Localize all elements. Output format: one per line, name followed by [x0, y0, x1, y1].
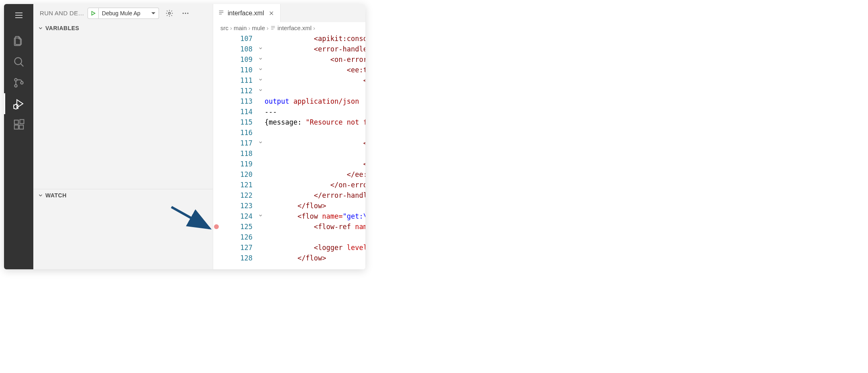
breakpoint-gutter[interactable] — [213, 86, 220, 96]
fold-toggle — [257, 117, 265, 127]
fold-toggle — [257, 96, 265, 107]
breakpoint-gutter[interactable] — [213, 33, 220, 44]
code-line[interactable]: </flow> — [265, 201, 365, 211]
variables-label: VARIABLES — [45, 25, 79, 31]
breadcrumb-part[interactable]: src — [220, 25, 228, 31]
tab-close-button[interactable] — [267, 9, 275, 17]
watch-section-header[interactable]: WATCH — [33, 189, 213, 201]
fold-toggle[interactable] — [257, 44, 265, 54]
breakpoint-gutter[interactable] — [213, 159, 220, 169]
breakpoint-gutter[interactable] — [213, 190, 220, 201]
code-editor[interactable]: 1071081091101111121131141151161171181191… — [213, 33, 365, 269]
svg-point-7 — [14, 84, 17, 87]
fold-toggle[interactable] — [257, 54, 265, 65]
file-icon — [218, 9, 224, 17]
code-line[interactable]: <flow name="get:\fligh — [265, 211, 365, 221]
breakpoint-gutter[interactable] — [213, 235, 220, 245]
chevron-right-icon: › — [230, 25, 232, 31]
breadcrumb-part[interactable]: main — [234, 25, 247, 31]
code-line[interactable]: </on-error-pro — [265, 180, 365, 190]
line-number: 120 — [220, 169, 253, 180]
breakpoint-gutter[interactable] — [213, 201, 220, 211]
breakpoint-gutter[interactable] — [213, 180, 220, 190]
code-line[interactable]: <ee:transf — [265, 65, 365, 75]
svg-line-13 — [17, 105, 18, 105]
code-line[interactable]: --- — [265, 107, 365, 117]
breakpoint-gutter[interactable] — [213, 65, 220, 75]
breakpoint-gutter[interactable] — [213, 54, 220, 65]
explorer-icon[interactable] — [4, 31, 33, 51]
code-line[interactable]: output application/json — [265, 96, 365, 107]
code-line[interactable]: <e — [265, 86, 365, 96]
gear-icon — [165, 9, 173, 17]
breakpoint-gutter[interactable] — [213, 245, 220, 256]
line-number: 116 — [220, 127, 253, 138]
code-line[interactable] — [265, 232, 365, 242]
breakpoint-marker[interactable] — [214, 224, 219, 229]
code-line[interactable]: </ee:v — [265, 159, 365, 169]
svg-marker-20 — [92, 11, 95, 15]
fold-toggle — [257, 127, 265, 138]
breakpoint-gutter[interactable] — [213, 75, 220, 86]
search-icon[interactable] — [4, 51, 33, 72]
run-debug-icon[interactable] — [4, 93, 33, 114]
code-line[interactable]: </flow> — [265, 253, 365, 263]
line-number: 113 — [220, 96, 253, 107]
start-debug-button[interactable] — [88, 8, 99, 19]
svg-point-23 — [185, 12, 186, 14]
line-number: 117 — [220, 138, 253, 148]
breakpoint-gutter[interactable] — [213, 169, 220, 180]
breakpoint-gutter[interactable] — [213, 107, 220, 117]
breakpoint-gutter[interactable] — [213, 211, 220, 221]
editor-tab-interface[interactable]: interface.xml — [213, 4, 281, 22]
breadcrumb-file[interactable]: interface.xml — [277, 25, 312, 31]
ellipsis-icon — [181, 9, 189, 17]
code-line[interactable]: <e — [265, 148, 365, 159]
breakpoint-gutter[interactable] — [213, 96, 220, 107]
debug-header: RUN AND DE… Debug Mule Ap — [33, 4, 213, 22]
svg-rect-18 — [19, 125, 23, 129]
code-line[interactable]: </ee:trans — [265, 169, 365, 180]
code-line[interactable]: </error-handler> — [265, 190, 365, 201]
watch-body — [33, 201, 213, 269]
fold-toggle[interactable] — [257, 138, 265, 148]
variables-section-header[interactable]: VARIABLES — [33, 22, 213, 34]
fold-toggle[interactable] — [257, 211, 265, 221]
breakpoint-gutter[interactable] — [213, 138, 220, 148]
fold-toggle[interactable] — [257, 86, 265, 96]
breakpoint-gutter[interactable] — [213, 224, 220, 235]
fold-toggle — [257, 33, 265, 44]
code-line[interactable]: <apikit:console co — [265, 33, 365, 44]
breakpoint-gutter[interactable] — [213, 148, 220, 159]
gear-button[interactable] — [164, 8, 175, 19]
debug-config-select[interactable]: Debug Mule Ap — [99, 8, 159, 19]
code-line[interactable]: <ee:va — [265, 138, 365, 148]
code-line[interactable]: </ee:m — [265, 127, 365, 138]
code-line[interactable]: <logger level="INF — [265, 242, 365, 253]
menu-button[interactable] — [4, 7, 33, 23]
line-number: 108 — [220, 44, 253, 54]
breakpoint-gutter[interactable] — [213, 127, 220, 138]
source-control-icon[interactable] — [4, 72, 33, 93]
more-actions-button[interactable] — [180, 8, 191, 19]
variables-body — [33, 34, 213, 189]
breakpoint-gutter[interactable] — [213, 256, 220, 266]
fold-toggle[interactable] — [257, 65, 265, 75]
code-line[interactable]: <error-handler> — [265, 44, 365, 54]
code-line[interactable]: {message: "Resource not fo — [265, 117, 365, 127]
app-window: RUN AND DE… Debug Mule Ap VARIABLES — [4, 4, 365, 269]
line-number: 110 — [220, 65, 253, 75]
breakpoint-gutter[interactable] — [213, 44, 220, 54]
panel-title: RUN AND DE… — [40, 10, 84, 16]
breadcrumb[interactable]: src › main › mule › interface.xml › — [213, 22, 365, 33]
extensions-icon[interactable] — [4, 114, 33, 135]
code-line[interactable]: <on-error-prop — [265, 54, 365, 65]
fold-toggle[interactable] — [257, 75, 265, 86]
breakpoint-gutter[interactable] — [213, 117, 220, 127]
breadcrumb-part[interactable]: mule — [252, 25, 265, 31]
code-line[interactable]: <flow-ref name="ge — [265, 221, 365, 232]
close-icon — [269, 10, 274, 16]
line-number: 123 — [220, 201, 253, 211]
code-line[interactable]: <ee:me — [265, 75, 365, 86]
fold-toggle — [257, 180, 265, 190]
